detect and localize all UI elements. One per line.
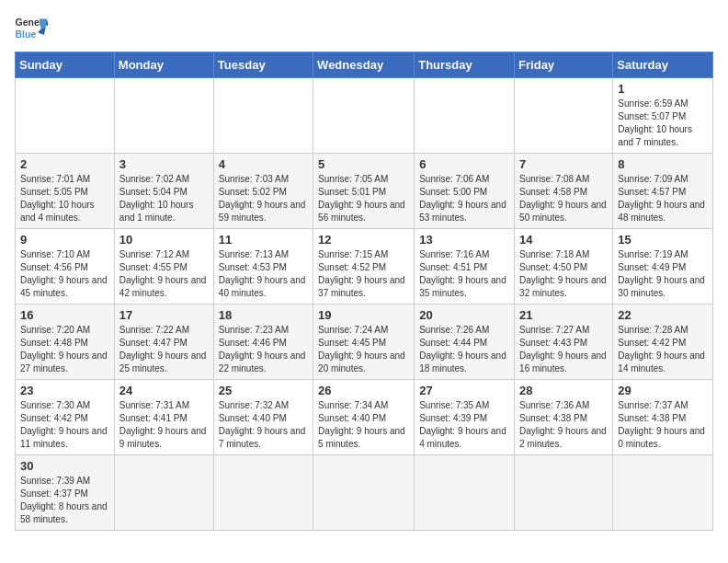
day-number: 18 [219,308,308,322]
day-number: 11 [219,233,308,247]
day-info: Sunrise: 7:05 AM Sunset: 5:01 PM Dayligh… [318,173,409,224]
day-info: Sunrise: 7:22 AM Sunset: 4:47 PM Dayligh… [119,324,209,375]
day-info: Sunrise: 7:03 AM Sunset: 5:02 PM Dayligh… [219,173,308,224]
day-info: Sunrise: 7:27 AM Sunset: 4:43 PM Dayligh… [519,324,608,375]
day-number: 10 [119,233,209,247]
day-number: 29 [618,384,708,397]
day-info: Sunrise: 7:18 AM Sunset: 4:50 PM Dayligh… [519,248,608,300]
calendar-cell: 10Sunrise: 7:12 AM Sunset: 4:55 PM Dayli… [114,229,213,304]
calendar-cell: 7Sunrise: 7:08 AM Sunset: 4:58 PM Daylig… [515,154,613,229]
calendar-cell [114,455,213,531]
calendar-cell: 20Sunrise: 7:26 AM Sunset: 4:44 PM Dayli… [415,304,515,380]
calendar-cell: 13Sunrise: 7:16 AM Sunset: 4:51 PM Dayli… [415,229,515,304]
calendar-cell [415,455,515,531]
calendar-cell: 25Sunrise: 7:32 AM Sunset: 4:40 PM Dayli… [213,380,313,455]
day-info: Sunrise: 7:15 AM Sunset: 4:52 PM Dayligh… [318,248,409,300]
calendar-cell: 30Sunrise: 7:39 AM Sunset: 4:37 PM Dayli… [16,455,115,531]
calendar-cell [515,455,613,531]
calendar-cell: 4Sunrise: 7:03 AM Sunset: 5:02 PM Daylig… [213,154,313,229]
day-number: 2 [20,157,109,171]
calendar-cell: 2Sunrise: 7:01 AM Sunset: 5:05 PM Daylig… [16,154,115,229]
calendar-cell: 27Sunrise: 7:35 AM Sunset: 4:39 PM Dayli… [415,380,515,455]
day-info: Sunrise: 7:23 AM Sunset: 4:46 PM Dayligh… [219,324,308,375]
calendar-cell: 21Sunrise: 7:27 AM Sunset: 4:43 PM Dayli… [515,304,613,380]
calendar-cell: 11Sunrise: 7:13 AM Sunset: 4:53 PM Dayli… [213,229,313,304]
day-number: 16 [20,308,109,322]
calendar-cell [213,455,313,531]
day-number: 15 [618,233,708,247]
day-info: Sunrise: 7:20 AM Sunset: 4:48 PM Dayligh… [20,324,109,375]
day-info: Sunrise: 6:59 AM Sunset: 5:07 PM Dayligh… [618,98,708,149]
day-number: 8 [618,157,708,171]
calendar-cell: 9Sunrise: 7:10 AM Sunset: 4:56 PM Daylig… [16,229,115,304]
calendar-cell [415,78,515,154]
day-info: Sunrise: 7:12 AM Sunset: 4:55 PM Dayligh… [119,248,209,300]
day-number: 30 [20,459,109,473]
calendar-cell [313,78,415,154]
day-number: 28 [519,384,608,397]
day-info: Sunrise: 7:19 AM Sunset: 4:49 PM Dayligh… [618,248,708,300]
calendar-cell: 24Sunrise: 7:31 AM Sunset: 4:41 PM Dayli… [114,380,213,455]
calendar-cell: 28Sunrise: 7:36 AM Sunset: 4:38 PM Dayli… [515,380,613,455]
weekday-header-sunday: Sunday [16,52,115,78]
calendar-cell: 8Sunrise: 7:09 AM Sunset: 4:57 PM Daylig… [613,154,713,229]
weekday-header-saturday: Saturday [613,52,713,78]
day-number: 4 [219,157,308,171]
day-number: 17 [119,308,209,322]
day-info: Sunrise: 7:09 AM Sunset: 4:57 PM Dayligh… [618,173,708,224]
calendar-cell: 17Sunrise: 7:22 AM Sunset: 4:47 PM Dayli… [114,304,213,380]
logo: General Blue [15,15,51,40]
day-info: Sunrise: 7:24 AM Sunset: 4:45 PM Dayligh… [318,324,409,375]
day-number: 14 [519,233,608,247]
calendar-week-5: 30Sunrise: 7:39 AM Sunset: 4:37 PM Dayli… [16,455,713,531]
calendar-cell: 16Sunrise: 7:20 AM Sunset: 4:48 PM Dayli… [16,304,115,380]
day-number: 6 [419,157,509,171]
calendar-cell: 22Sunrise: 7:28 AM Sunset: 4:42 PM Dayli… [613,304,713,380]
weekday-header-monday: Monday [114,52,213,78]
weekday-header-thursday: Thursday [415,52,515,78]
day-number: 23 [20,384,109,397]
calendar-cell: 14Sunrise: 7:18 AM Sunset: 4:50 PM Dayli… [515,229,613,304]
calendar-cell [313,455,415,531]
weekday-header-row: SundayMondayTuesdayWednesdayThursdayFrid… [16,52,713,78]
day-number: 21 [519,308,608,322]
day-number: 13 [419,233,509,247]
day-info: Sunrise: 7:32 AM Sunset: 4:40 PM Dayligh… [219,399,308,451]
day-info: Sunrise: 7:08 AM Sunset: 4:58 PM Dayligh… [519,173,608,224]
logo-icon: General Blue [15,15,48,40]
day-info: Sunrise: 7:37 AM Sunset: 4:38 PM Dayligh… [618,399,708,451]
calendar-cell: 23Sunrise: 7:30 AM Sunset: 4:42 PM Dayli… [16,380,115,455]
day-info: Sunrise: 7:13 AM Sunset: 4:53 PM Dayligh… [219,248,308,300]
calendar-cell: 3Sunrise: 7:02 AM Sunset: 5:04 PM Daylig… [114,154,213,229]
day-info: Sunrise: 7:31 AM Sunset: 4:41 PM Dayligh… [119,399,209,451]
calendar-week-3: 16Sunrise: 7:20 AM Sunset: 4:48 PM Dayli… [16,304,713,380]
calendar-week-0: 1Sunrise: 6:59 AM Sunset: 5:07 PM Daylig… [16,78,713,154]
calendar-week-4: 23Sunrise: 7:30 AM Sunset: 4:42 PM Dayli… [16,380,713,455]
day-info: Sunrise: 7:01 AM Sunset: 5:05 PM Dayligh… [20,173,109,224]
calendar-cell [213,78,313,154]
day-number: 20 [419,308,509,322]
day-info: Sunrise: 7:34 AM Sunset: 4:40 PM Dayligh… [318,399,409,451]
day-number: 19 [318,308,409,322]
day-info: Sunrise: 7:16 AM Sunset: 4:51 PM Dayligh… [419,248,509,300]
day-info: Sunrise: 7:26 AM Sunset: 4:44 PM Dayligh… [419,324,509,375]
day-info: Sunrise: 7:36 AM Sunset: 4:38 PM Dayligh… [519,399,608,451]
weekday-header-tuesday: Tuesday [213,52,313,78]
day-number: 25 [219,384,308,397]
calendar-cell: 15Sunrise: 7:19 AM Sunset: 4:49 PM Dayli… [613,229,713,304]
weekday-header-wednesday: Wednesday [313,52,415,78]
day-info: Sunrise: 7:10 AM Sunset: 4:56 PM Dayligh… [20,248,109,300]
calendar-cell: 6Sunrise: 7:06 AM Sunset: 5:00 PM Daylig… [415,154,515,229]
day-info: Sunrise: 7:30 AM Sunset: 4:42 PM Dayligh… [20,399,109,451]
day-number: 3 [119,157,209,171]
day-number: 1 [618,82,708,96]
calendar-cell: 12Sunrise: 7:15 AM Sunset: 4:52 PM Dayli… [313,229,415,304]
calendar-cell: 29Sunrise: 7:37 AM Sunset: 4:38 PM Dayli… [613,380,713,455]
calendar-week-2: 9Sunrise: 7:10 AM Sunset: 4:56 PM Daylig… [16,229,713,304]
day-info: Sunrise: 7:02 AM Sunset: 5:04 PM Dayligh… [119,173,209,224]
day-number: 9 [20,233,109,247]
day-number: 27 [419,384,509,397]
weekday-header-friday: Friday [515,52,613,78]
calendar-cell [515,78,613,154]
svg-text:Blue: Blue [16,29,37,40]
